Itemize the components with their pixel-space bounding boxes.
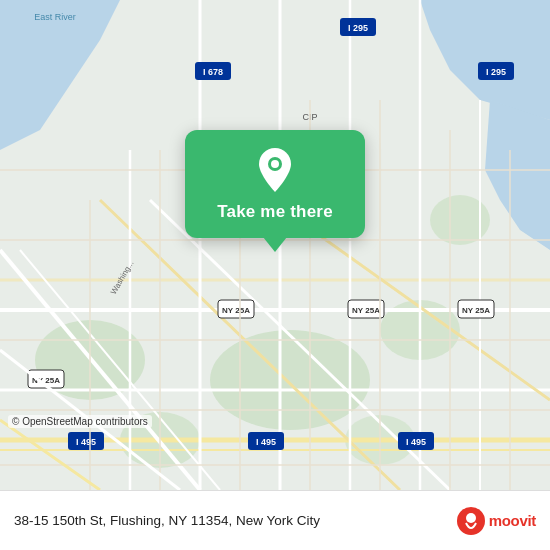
moovit-brand-icon — [457, 507, 485, 535]
svg-point-1 — [210, 330, 370, 430]
svg-text:I 495: I 495 — [76, 437, 96, 447]
location-pin-icon — [253, 148, 297, 192]
svg-text:NY 25A: NY 25A — [352, 306, 380, 315]
popup-card[interactable]: Take me there — [185, 130, 365, 238]
popup-label: Take me there — [217, 202, 333, 222]
svg-text:East River: East River — [34, 12, 76, 22]
footer-bar: 38-15 150th St, Flushing, NY 11354, New … — [0, 490, 550, 550]
svg-point-63 — [466, 513, 476, 523]
map-container: I 295 I 678 I 295 NY 25A NY 25A NY 25A N… — [0, 0, 550, 490]
popup-tail — [263, 237, 287, 252]
svg-text:I 495: I 495 — [406, 437, 426, 447]
svg-text:I 295: I 295 — [348, 23, 368, 33]
osm-attribution: © OpenStreetMap contributors — [8, 415, 152, 428]
svg-text:NY 25A: NY 25A — [462, 306, 490, 315]
svg-text:I 678: I 678 — [203, 67, 223, 77]
moovit-logo: moovit — [457, 507, 536, 535]
svg-text:NY 25A: NY 25A — [222, 306, 250, 315]
svg-text:I 495: I 495 — [256, 437, 276, 447]
svg-point-61 — [271, 160, 279, 168]
footer-address: 38-15 150th St, Flushing, NY 11354, New … — [14, 513, 457, 528]
svg-text:I 295: I 295 — [486, 67, 506, 77]
moovit-logo-text: moovit — [489, 512, 536, 529]
